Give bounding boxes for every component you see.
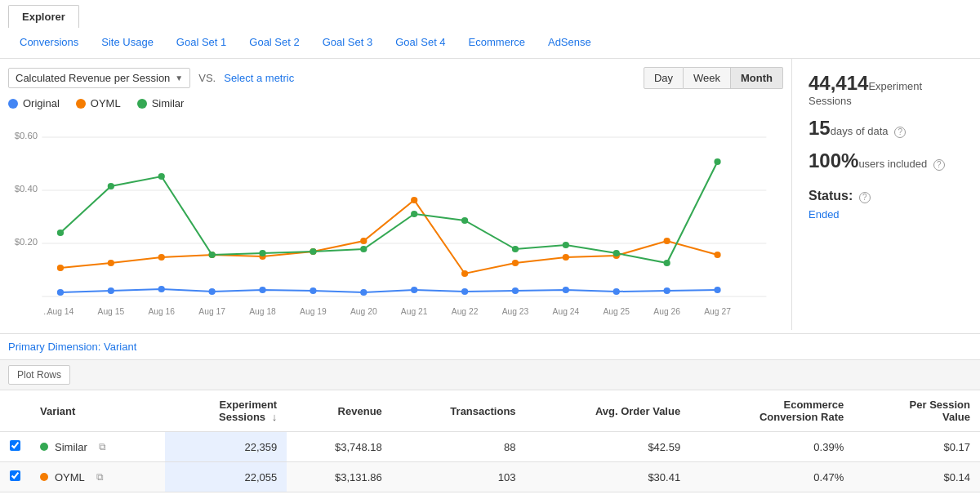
svg-point-43 [411, 197, 417, 203]
svg-point-28 [360, 289, 367, 296]
revenue-cell-0: $3,748.18 [287, 432, 392, 462]
metric-row: Calculated Revenue per Session ▼ VS. Sel… [8, 67, 783, 89]
svg-text:Aug 24: Aug 24 [553, 307, 580, 316]
svg-point-59 [512, 246, 519, 252]
svg-text:Aug 25: Aug 25 [603, 307, 630, 316]
svg-point-63 [714, 158, 720, 165]
main-container: Calculated Revenue per Session ▼ VS. Sel… [0, 59, 980, 330]
th-ecommerce-conversion-rate: Ecommerce Conversion Rate [690, 390, 853, 432]
svg-point-61 [613, 250, 620, 256]
svg-point-33 [613, 288, 620, 295]
variant-cell-1: OYML ⧉ [30, 462, 165, 492]
row-checkbox-0[interactable] [10, 440, 20, 451]
variant-label-1: OYML [55, 471, 85, 483]
svg-point-23 [108, 287, 114, 294]
svg-point-31 [512, 287, 519, 294]
svg-point-54 [259, 250, 265, 256]
time-btn-month[interactable]: Month [731, 67, 783, 89]
row-checkbox-1[interactable] [10, 470, 20, 481]
data-table: Variant Experiment Sessions ↓ Revenue Tr… [0, 390, 980, 492]
svg-text:Aug 22: Aug 22 [452, 307, 479, 316]
svg-text:$0.60: $0.60 [15, 131, 38, 140]
variant-dot-1 [40, 473, 48, 481]
metric-dropdown[interactable]: Calculated Revenue per Session ▼ [8, 68, 190, 88]
svg-point-42 [360, 238, 367, 244]
svg-text:Aug 20: Aug 20 [350, 307, 377, 316]
svg-point-56 [360, 246, 367, 252]
tab-conversions[interactable]: Conversions [8, 28, 90, 58]
transactions-cell-1: 103 [392, 462, 526, 492]
vs-label: VS. [198, 72, 216, 84]
svg-text:$0.40: $0.40 [15, 184, 38, 194]
primary-dimension-value[interactable]: Variant [104, 341, 136, 353]
time-btn-day[interactable]: Day [644, 67, 684, 89]
tab-site-usage[interactable]: Site Usage [90, 28, 165, 58]
copy-icon-0[interactable]: ⧉ [99, 441, 106, 452]
svg-point-29 [411, 287, 417, 293]
svg-point-44 [461, 270, 468, 277]
svg-text:Aug 19: Aug 19 [300, 307, 327, 316]
time-buttons-group: Day Week Month [644, 67, 783, 89]
select-metric-link[interactable]: Select a metric [224, 72, 294, 84]
plot-rows-button[interactable]: Plot Rows [8, 365, 70, 385]
copy-icon-1[interactable]: ⧉ [96, 471, 104, 483]
legend-dot-original [8, 99, 18, 109]
status-value: Ended [808, 208, 964, 221]
users-help-icon[interactable]: ? [933, 159, 945, 171]
tab-goal-set-2[interactable]: Goal Set 2 [238, 28, 310, 58]
tab-ecommerce[interactable]: Ecommerce [457, 28, 537, 58]
variant-cell-0: Similar ⧉ [30, 432, 165, 462]
table-header-row: Variant Experiment Sessions ↓ Revenue Tr… [0, 390, 980, 432]
svg-point-57 [411, 211, 417, 217]
tab-goal-set-1[interactable]: Goal Set 1 [165, 28, 238, 58]
chart-area: Calculated Revenue per Session ▼ VS. Sel… [0, 59, 792, 330]
avg-order-value-cell-1: $30.41 [526, 462, 691, 492]
row-checkbox-cell [0, 432, 30, 462]
experiment-sessions-stat: 44,414Experiment Sessions [808, 72, 964, 107]
days-help-icon[interactable]: ? [894, 127, 906, 138]
row-checkbox-cell [0, 462, 30, 492]
legend-dot-oyml [76, 99, 86, 109]
experiment-sessions-value: 44,414 [808, 72, 868, 94]
legend-dot-similar [137, 99, 147, 109]
days-of-data-stat: 15days of data ? [808, 117, 964, 140]
th-experiment-sessions[interactable]: Experiment Sessions ↓ [165, 390, 287, 432]
legend-item-original: Original [8, 97, 60, 109]
th-transactions: Transactions [392, 390, 526, 432]
status-help-icon[interactable]: ? [859, 192, 871, 203]
users-included-value: 100% [808, 149, 858, 172]
svg-point-36 [57, 265, 64, 271]
per-session-value-cell-0: $0.17 [853, 432, 980, 462]
time-btn-week[interactable]: Week [684, 67, 731, 89]
legend-item-similar: Similar [137, 97, 185, 109]
th-variant: Variant [30, 390, 165, 432]
svg-text:...: ... [43, 307, 51, 316]
th-avg-order-value: Avg. Order Value [526, 390, 691, 432]
tab-adsense[interactable]: AdSense [537, 28, 603, 58]
days-of-data-label: days of data [831, 125, 889, 137]
svg-text:Aug 17: Aug 17 [198, 307, 225, 316]
nav-tabs-bar: Conversions Site Usage Goal Set 1 Goal S… [0, 28, 980, 59]
svg-point-50 [57, 229, 64, 236]
status-section: Status: ? Ended [808, 189, 964, 221]
svg-point-52 [158, 173, 165, 180]
svg-point-51 [108, 183, 114, 189]
tab-goal-set-3[interactable]: Goal Set 3 [311, 28, 384, 58]
days-of-data-value: 15 [808, 117, 831, 139]
table-row: OYML ⧉ 22,055 $3,131.86 103 $30.41 0.47%… [0, 462, 980, 492]
primary-dimension-row: Primary Dimension: Variant [0, 333, 980, 359]
svg-text:Aug 23: Aug 23 [502, 307, 529, 316]
tab-goal-set-4[interactable]: Goal Set 4 [384, 28, 457, 58]
svg-point-32 [563, 287, 569, 293]
svg-text:Aug 15: Aug 15 [98, 307, 125, 316]
svg-point-45 [512, 260, 519, 266]
explorer-tab[interactable]: Explorer [8, 5, 79, 28]
th-checkbox [0, 390, 30, 432]
svg-text:Aug 26: Aug 26 [653, 307, 680, 316]
legend-label-similar: Similar [152, 97, 185, 109]
th-per-session-value: Per Session Value [853, 390, 980, 432]
svg-point-25 [209, 288, 216, 295]
ecommerce-conversion-rate-cell-1: 0.47% [690, 462, 853, 492]
svg-point-53 [209, 252, 216, 258]
users-included-stat: 100%users included ? [808, 149, 964, 172]
